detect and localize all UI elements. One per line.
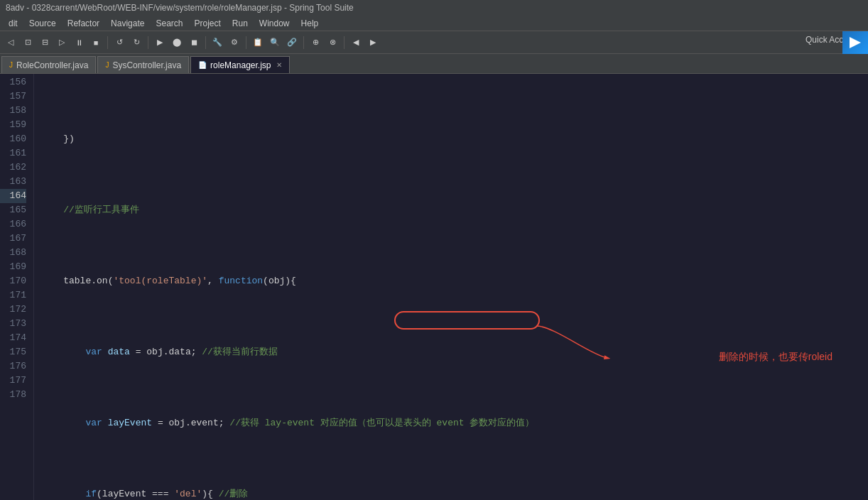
- line-num-160: 160: [0, 132, 26, 146]
- toolbar-btn-4[interactable]: ▷: [54, 35, 70, 50]
- line-num-166: 166: [0, 217, 26, 232]
- tab-role-manager[interactable]: 📄 roleManager.jsp ✕: [190, 56, 289, 73]
- line-num-167: 167: [0, 232, 26, 246]
- line-num-158: 158: [0, 104, 26, 118]
- toolbar-btn-14[interactable]: 📋: [250, 35, 266, 50]
- menu-source[interactable]: Source: [23, 17, 62, 30]
- line-num-159: 159: [0, 118, 26, 132]
- code-content[interactable]: }) //监听行工具事件 table.on('tool(roleTable)',…: [34, 74, 868, 500]
- line-num-176: 176: [0, 359, 26, 374]
- toolbar-btn-15[interactable]: 🔍: [267, 35, 283, 50]
- line-num-178: 178: [0, 388, 26, 402]
- toolbar-btn-18[interactable]: ⊗: [325, 35, 340, 50]
- menu-navigate[interactable]: Navigate: [105, 17, 150, 30]
- line-num-161: 161: [0, 146, 26, 161]
- tab-label-role-manager: roleManager.jsp: [210, 60, 271, 70]
- toolbar-sep-2: [148, 36, 148, 49]
- line-num-156: 156: [0, 75, 26, 89]
- sts-triangle: [850, 37, 861, 48]
- toolbar-btn-2[interactable]: ⊡: [20, 35, 36, 50]
- code-line-158: table.on('tool(roleTable)', function(obj…: [41, 274, 868, 288]
- line-num-174: 174: [0, 331, 26, 345]
- toolbar-btn-12[interactable]: 🔧: [210, 35, 225, 50]
- toolbar-btn-9[interactable]: ▶: [152, 35, 168, 50]
- code-area: 156 157 158 159 160 161 162 163 164 165 …: [0, 74, 868, 500]
- tab-label-sys-controller: SysController.java: [112, 60, 181, 70]
- line-num-171: 171: [0, 288, 26, 303]
- menu-bar: dit Source Refactor Navigate Search Proj…: [0, 16, 868, 31]
- tab-bar: J RoleController.java J SysController.ja…: [0, 54, 868, 74]
- menu-project[interactable]: Project: [188, 17, 226, 30]
- toolbar-btn-7[interactable]: ↺: [112, 35, 127, 50]
- tab-label-role-controller: RoleController.java: [16, 60, 88, 70]
- menu-help[interactable]: Help: [295, 17, 325, 30]
- code-line-161: if(layEvent === 'del'){ //删除: [41, 487, 868, 500]
- toolbar-sep-4: [246, 36, 246, 49]
- code-line-159: var data = obj.data; //获得当前行数据: [41, 345, 868, 359]
- line-num-173: 173: [0, 317, 26, 331]
- toolbar-btn-5[interactable]: ⏸: [71, 35, 87, 50]
- sts-icon: [842, 31, 868, 54]
- line-num-168: 168: [0, 246, 26, 260]
- menu-edit[interactable]: dit: [3, 17, 23, 30]
- tab-sys-controller[interactable]: J SysController.java: [97, 56, 189, 73]
- menu-search[interactable]: Search: [150, 17, 188, 30]
- line-num-157: 157: [0, 89, 26, 104]
- toolbar-btn-20[interactable]: ▶: [365, 35, 381, 50]
- toolbar-sep-5: [303, 36, 304, 49]
- toolbar-sep-1: [107, 36, 108, 49]
- toolbar-btn-6[interactable]: ■: [88, 35, 104, 50]
- toolbar-btn-13[interactable]: ⚙: [227, 35, 242, 50]
- line-num-162: 162: [0, 161, 26, 175]
- tab-close-button[interactable]: ✕: [276, 61, 282, 69]
- tab-role-controller[interactable]: J RoleController.java: [1, 56, 96, 73]
- menu-window[interactable]: Window: [254, 17, 295, 30]
- toolbar: ◁ ⊡ ⊟ ▷ ⏸ ■ ↺ ↻ ▶ ⬤ ◼ 🔧 ⚙ 📋 🔍 🔗 ⊕ ⊗ ◀ ▶ …: [0, 31, 868, 54]
- toolbar-sep-6: [344, 36, 345, 49]
- toolbar-btn-19[interactable]: ◀: [348, 35, 364, 50]
- toolbar-btn-17[interactable]: ⊕: [308, 35, 323, 50]
- toolbar-btn-1[interactable]: ◁: [3, 35, 18, 50]
- line-num-177: 177: [0, 374, 26, 388]
- toolbar-btn-16[interactable]: 🔗: [284, 35, 300, 50]
- line-num-164: 164: [0, 189, 26, 203]
- line-num-172: 172: [0, 303, 26, 317]
- line-numbers: 156 157 158 159 160 161 162 163 164 165 …: [0, 74, 34, 500]
- toolbar-btn-11[interactable]: ◼: [186, 35, 202, 50]
- toolbar-sep-3: [205, 36, 206, 49]
- title-text: 8adv - 0328carrent/WebRoot/WEB-INF/view/…: [6, 3, 354, 13]
- line-num-165: 165: [0, 203, 26, 217]
- toolbar-btn-10[interactable]: ⬤: [169, 35, 185, 50]
- tab-jsp-icon: 📄: [198, 61, 207, 69]
- code-line-160: var layEvent = obj.event; //获得 lay-event…: [41, 416, 868, 430]
- menu-refactor[interactable]: Refactor: [62, 17, 105, 30]
- code-line-156: }): [41, 132, 868, 146]
- tab-java-icon-1: J: [9, 61, 13, 69]
- toolbar-btn-8[interactable]: ↻: [129, 35, 144, 50]
- line-num-175: 175: [0, 345, 26, 359]
- toolbar-btn-3[interactable]: ⊟: [37, 35, 53, 50]
- line-num-169: 169: [0, 260, 26, 274]
- title-bar: 8adv - 0328carrent/WebRoot/WEB-INF/view/…: [0, 0, 868, 16]
- tab-java-icon-2: J: [105, 61, 109, 69]
- code-line-157: //监听行工具事件: [41, 203, 868, 217]
- line-num-163: 163: [0, 175, 26, 189]
- menu-run[interactable]: Run: [227, 17, 254, 30]
- line-num-170: 170: [0, 274, 26, 288]
